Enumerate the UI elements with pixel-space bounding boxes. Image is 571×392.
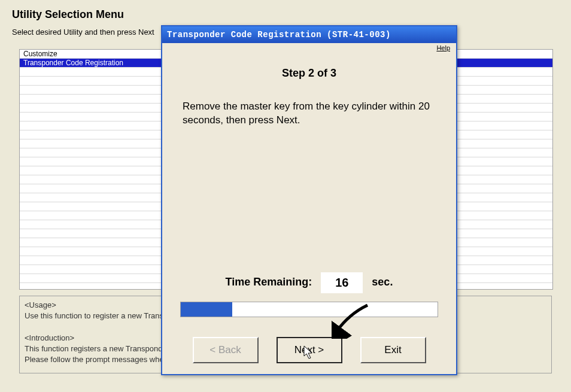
- progress-bar: [180, 302, 438, 317]
- page-title: Utility Selection Menu: [12, 8, 124, 21]
- progress-fill: [181, 302, 232, 317]
- time-remaining-label: Time Remaining:: [226, 276, 312, 288]
- next-button[interactable]: Next >: [277, 337, 342, 363]
- transponder-dialog: Transponder Code Registration (STR-41-00…: [161, 25, 457, 375]
- dialog-titlebar[interactable]: Transponder Code Registration (STR-41-00…: [162, 26, 456, 43]
- dialog-button-row: < Back Next > Exit: [162, 337, 456, 363]
- time-remaining-row: Time Remaining: 16 sec.: [162, 272, 456, 293]
- exit-button[interactable]: Exit: [360, 337, 426, 363]
- time-remaining-value: 16: [321, 272, 363, 293]
- page-subtitle: Select desired Utility and then press Ne…: [12, 28, 154, 37]
- instruction-text: Remove the master key from the key cylin…: [183, 100, 436, 127]
- dialog-body: Step 2 of 3 Remove the master key from t…: [162, 56, 456, 317]
- back-button: < Back: [193, 337, 259, 363]
- help-link[interactable]: Help: [436, 44, 450, 51]
- step-heading: Step 2 of 3: [180, 67, 438, 80]
- time-remaining-unit: sec.: [372, 276, 393, 288]
